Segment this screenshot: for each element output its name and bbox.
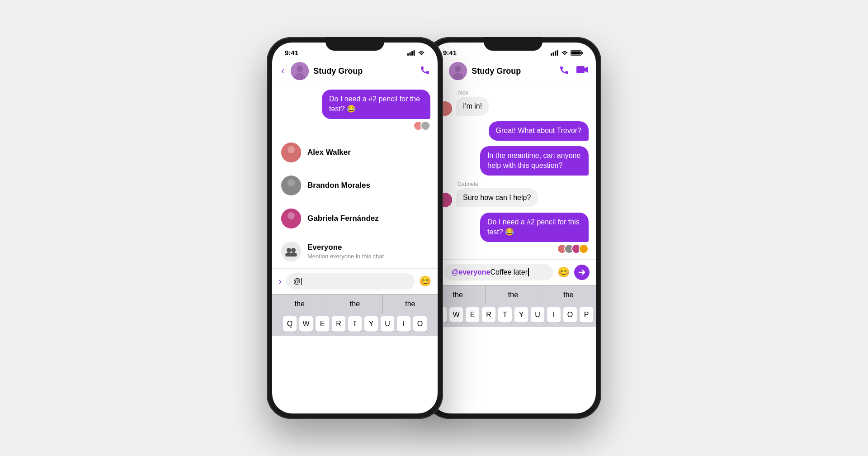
key-W-2[interactable]: W bbox=[449, 307, 463, 323]
battery-icon-2 bbox=[571, 50, 583, 56]
key-U-1[interactable]: U bbox=[381, 316, 394, 332]
at-everyone-tag: @everyone bbox=[452, 268, 491, 276]
tiny-avatar-2 bbox=[420, 121, 430, 131]
signal-icon-2 bbox=[551, 50, 559, 56]
mention-name-gabriela: Gabriela Fernández bbox=[307, 214, 379, 223]
svg-point-35 bbox=[580, 245, 588, 253]
video-icon-2[interactable] bbox=[576, 64, 589, 78]
nav-title-2: Study Group bbox=[472, 66, 554, 76]
nav-bar-2: ‹ Study Group bbox=[430, 58, 596, 84]
screen-2: 9:41 bbox=[430, 43, 596, 413]
key-I-1[interactable]: I bbox=[397, 316, 410, 332]
predictive-1c[interactable]: the bbox=[383, 294, 438, 314]
key-R-2[interactable]: R bbox=[482, 307, 495, 323]
key-E-1[interactable]: E bbox=[316, 316, 329, 332]
svg-rect-29 bbox=[576, 66, 585, 73]
notch-2 bbox=[484, 37, 542, 51]
predictive-2c[interactable]: the bbox=[541, 285, 596, 304]
screen-1: 9:41 ‹ bbox=[272, 43, 438, 413]
key-O-2[interactable]: O bbox=[563, 307, 577, 323]
message-rest: Coffee later bbox=[491, 268, 528, 276]
call-icon-1[interactable] bbox=[420, 64, 430, 78]
key-T-2[interactable]: T bbox=[498, 307, 512, 323]
group-avatar-2 bbox=[449, 62, 467, 80]
message-input-2[interactable]: @everyone Coffee later bbox=[444, 264, 553, 280]
bubble-meantime: In the meantime, can anyone help with th… bbox=[480, 146, 589, 176]
svg-rect-1 bbox=[410, 52, 411, 56]
status-icons-1 bbox=[407, 50, 425, 56]
everyone-sub-text: Mention everyone in this chat bbox=[307, 253, 384, 260]
svg-point-14 bbox=[288, 212, 295, 219]
nav-actions-1 bbox=[420, 64, 430, 78]
predictive-1a[interactable]: the bbox=[272, 294, 327, 314]
everyone-info: Everyone Mention everyone in this chat bbox=[307, 243, 384, 260]
phone-1: 9:41 ‹ bbox=[267, 37, 443, 419]
svg-rect-0 bbox=[407, 53, 409, 56]
key-R-1[interactable]: R bbox=[332, 316, 345, 332]
input-bar-2: › @everyone Coffee later 😊 bbox=[430, 259, 596, 285]
wifi-icon-2 bbox=[561, 50, 568, 56]
chat-area-1: Do I need a #2 pencil for the test? 😂 bbox=[272, 84, 438, 136]
mention-avatar-gabriela bbox=[281, 209, 301, 228]
key-E-2[interactable]: E bbox=[466, 307, 479, 323]
nav-actions-2 bbox=[559, 64, 589, 78]
key-I-2[interactable]: I bbox=[547, 307, 561, 323]
svg-point-12 bbox=[288, 179, 295, 186]
signal-icon-1 bbox=[407, 50, 415, 56]
bubble-sent-1: Do I need a #2 pencil for the test? 😂 bbox=[322, 90, 430, 119]
key-Y-2[interactable]: Y bbox=[514, 307, 528, 323]
svg-point-27 bbox=[455, 66, 461, 72]
mention-item-alex[interactable]: Alex Walker bbox=[272, 136, 438, 169]
cursor bbox=[528, 268, 529, 276]
call-icon-2[interactable] bbox=[559, 64, 570, 78]
key-Y-1[interactable]: Y bbox=[364, 316, 378, 332]
tiny-av-4 bbox=[579, 244, 589, 254]
mention-item-everyone[interactable]: Everyone Mention everyone in this chat bbox=[272, 235, 438, 268]
sender-gabriela: Gabriela bbox=[458, 181, 589, 187]
key-O-1[interactable]: O bbox=[413, 316, 427, 332]
sent-msg-1: Do I need a #2 pencil for the test? 😂 bbox=[279, 90, 430, 131]
predictive-1b[interactable]: the bbox=[327, 294, 382, 314]
svg-rect-3 bbox=[414, 50, 415, 56]
key-U-2[interactable]: U bbox=[531, 307, 544, 323]
mention-item-gabriela[interactable]: Gabriela Fernández bbox=[272, 202, 438, 235]
key-Q-1[interactable]: Q bbox=[283, 316, 297, 332]
mention-list-1: Alex Walker Brandon Morales bbox=[272, 136, 438, 268]
chat-area-2: Alex I'm in! Great! What about Trevor? I… bbox=[430, 84, 596, 259]
gabriela-name-text: Gabriela Fernández bbox=[307, 214, 379, 223]
key-row-2: Q W E R T Y U I O P bbox=[432, 307, 594, 323]
msg-text-1: Do I need a #2 pencil for the test? 😂 bbox=[329, 95, 420, 113]
msg-sent-pencil: Do I need a #2 pencil for this test? 😂 bbox=[438, 213, 589, 254]
key-W-1[interactable]: W bbox=[299, 316, 313, 332]
scene: 9:41 ‹ bbox=[0, 0, 868, 456]
msg-sent-meantime: In the meantime, can anyone help with th… bbox=[438, 146, 589, 176]
wifi-icon-1 bbox=[418, 50, 425, 56]
svg-point-10 bbox=[288, 146, 295, 153]
msg-with-avatar-gabriela: Sure how can I help? bbox=[438, 188, 589, 207]
msg-sent-trevor: Great! What about Trevor? bbox=[438, 121, 589, 140]
svg-rect-25 bbox=[582, 52, 583, 54]
predictive-2b[interactable]: the bbox=[486, 285, 541, 304]
expand-btn-1[interactable]: › bbox=[278, 276, 282, 286]
svg-rect-22 bbox=[557, 50, 558, 56]
emoji-btn-2[interactable]: 😊 bbox=[557, 266, 570, 278]
message-input-1[interactable]: @| bbox=[286, 273, 415, 290]
everyone-name-text: Everyone bbox=[307, 243, 384, 252]
group-avatar-1 bbox=[291, 62, 309, 80]
svg-point-5 bbox=[297, 66, 303, 72]
send-button-2[interactable] bbox=[574, 265, 590, 280]
svg-rect-19 bbox=[551, 53, 552, 56]
bubble-trevor: Great! What about Trevor? bbox=[489, 121, 589, 140]
time-2: 9:41 bbox=[443, 49, 457, 57]
predictive-bar-1: the the the bbox=[272, 294, 438, 314]
back-button-1[interactable]: ‹ bbox=[279, 65, 286, 77]
key-P-2[interactable]: P bbox=[580, 307, 593, 323]
svg-rect-21 bbox=[555, 51, 556, 56]
emoji-btn-1[interactable]: 😊 bbox=[419, 276, 431, 287]
bubble-gabriela: Sure how can I help? bbox=[456, 188, 538, 207]
key-T-1[interactable]: T bbox=[348, 316, 362, 332]
mention-item-brandon[interactable]: Brandon Morales bbox=[272, 169, 438, 202]
svg-point-16 bbox=[291, 248, 296, 252]
sender-alex: Alex bbox=[458, 90, 589, 96]
msg-gabriela: Gabriela Sure how can I help? bbox=[438, 181, 589, 207]
